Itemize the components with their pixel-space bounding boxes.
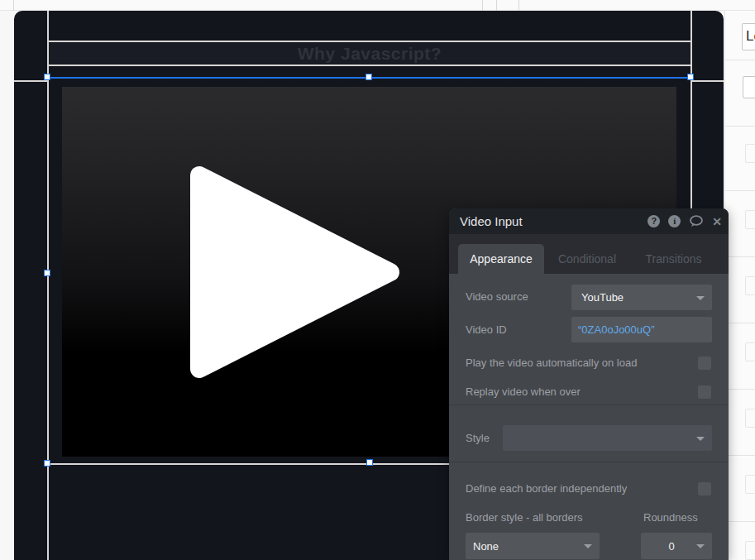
grid-line xyxy=(725,389,755,390)
panel-header[interactable]: Video Input ? i ✕ xyxy=(449,208,729,234)
cropped-field[interactable] xyxy=(745,541,755,560)
info-icon[interactable]: i xyxy=(668,215,681,227)
replay-checkbox[interactable] xyxy=(698,385,711,399)
heading-text: Why Javascript? xyxy=(298,44,442,64)
autoplay-label: Play the video automatically on load xyxy=(466,357,637,369)
selection-handle-top-center[interactable] xyxy=(366,74,372,80)
toolbar-separator xyxy=(496,0,497,11)
property-editor-panel: Video Input ? i ✕ Appearance Conditional… xyxy=(449,208,729,560)
border-style-value: None xyxy=(473,540,499,553)
cropped-field[interactable] xyxy=(745,409,755,428)
chevron-down-icon xyxy=(696,296,705,300)
replay-label: Replay video when over xyxy=(466,385,581,398)
grid-line xyxy=(725,323,755,323)
cropped-field[interactable] xyxy=(745,475,755,494)
tab-conditional[interactable]: Conditional xyxy=(558,244,616,274)
toolbar-separator xyxy=(13,0,14,11)
grid-line xyxy=(725,256,755,257)
cropped-input-value: Le xyxy=(746,28,755,44)
chevron-down-icon xyxy=(696,544,705,548)
cropped-field[interactable] xyxy=(745,144,755,163)
grid-line xyxy=(725,455,755,456)
video-source-value: YouTube xyxy=(581,291,624,304)
grid-line xyxy=(725,126,755,127)
cropped-field[interactable] xyxy=(745,342,755,361)
grid-line xyxy=(725,60,755,60)
cropped-text-input[interactable]: Le xyxy=(742,23,755,50)
selection-handle-top-right[interactable] xyxy=(687,74,694,80)
chevron-down-icon xyxy=(584,544,592,548)
video-id-value: “0ZA0oJo00uQ” xyxy=(578,323,655,336)
selection-handle-mid-left[interactable] xyxy=(44,270,50,276)
margin-divider-left xyxy=(14,80,47,82)
toolbar-bottom-edge xyxy=(0,0,755,11)
toolbar-separator xyxy=(518,0,519,11)
border-style-dropdown[interactable]: None xyxy=(466,533,600,559)
comment-icon[interactable] xyxy=(689,215,704,227)
tab-transitions[interactable]: Transitions xyxy=(646,244,701,274)
style-dropdown[interactable] xyxy=(503,425,712,451)
video-id-label: Video ID xyxy=(466,323,507,336)
cropped-field[interactable] xyxy=(745,210,755,229)
roundness-value: 0 xyxy=(668,540,674,553)
text-element-heading[interactable]: Why Javascript? xyxy=(49,42,690,65)
selection-handle-bottom-left[interactable] xyxy=(44,460,50,467)
chevron-down-icon xyxy=(696,437,705,441)
define-borders-checkbox[interactable] xyxy=(698,482,711,495)
margin-divider-right xyxy=(690,80,724,82)
video-source-label: Video source xyxy=(466,290,528,303)
panel-title: Video Input xyxy=(460,214,523,228)
selection-handle-bottom-center[interactable] xyxy=(366,459,373,466)
cropped-field[interactable] xyxy=(743,76,755,98)
roundness-dropdown[interactable]: 0 xyxy=(641,533,712,559)
grid-line xyxy=(725,190,755,191)
editor-root: Why Javascript? Le xyxy=(0,0,755,560)
grid-line xyxy=(725,521,755,522)
selection-handle-top-left[interactable] xyxy=(44,74,50,80)
row-divider xyxy=(47,65,692,66)
help-icon[interactable]: ? xyxy=(647,215,660,227)
tab-appearance[interactable]: Appearance xyxy=(458,244,544,274)
style-label: Style xyxy=(466,432,490,444)
right-editor-column: Le xyxy=(724,11,755,560)
video-id-input[interactable]: “0ZA0oJo00uQ” xyxy=(571,317,712,342)
video-source-dropdown[interactable]: YouTube xyxy=(571,285,712,310)
close-icon[interactable]: ✕ xyxy=(712,216,722,227)
define-borders-label: Define each border independently xyxy=(466,482,627,495)
roundness-label: Roundness xyxy=(643,511,698,524)
autoplay-checkbox[interactable] xyxy=(698,357,711,370)
section-divider xyxy=(449,462,729,462)
toolbar-separator xyxy=(482,0,483,11)
cropped-field[interactable] xyxy=(745,276,755,295)
page-left-guide xyxy=(47,11,49,560)
panel-tabs: Appearance Conditional Transitions xyxy=(449,234,729,274)
section-divider xyxy=(449,404,729,405)
border-style-label: Border style - all borders xyxy=(466,511,583,524)
